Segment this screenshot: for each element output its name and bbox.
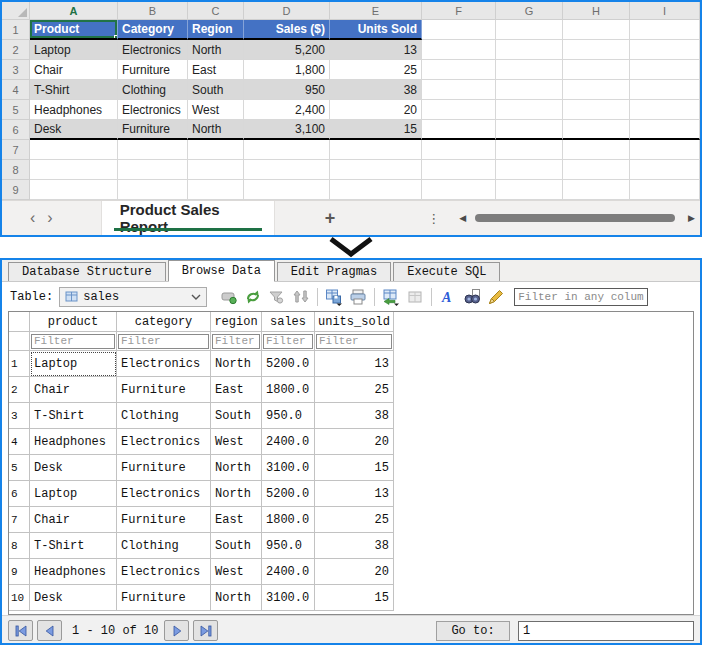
column-header-region[interactable]: region — [211, 312, 262, 332]
cell-empty[interactable] — [563, 80, 630, 100]
cell[interactable]: Furniture — [117, 377, 211, 403]
cell[interactable]: South — [211, 533, 262, 559]
cell-empty[interactable] — [188, 180, 244, 200]
cell[interactable]: 3100.0 — [262, 455, 315, 481]
cell-empty[interactable] — [422, 120, 496, 140]
cell[interactable]: Headphones — [30, 100, 118, 120]
row-number[interactable]: 5 — [2, 100, 30, 120]
cell[interactable]: Furniture — [117, 455, 211, 481]
sheet-tab-product-sales-report[interactable]: Product Sales Report — [101, 201, 275, 236]
row-number[interactable]: 5 — [9, 455, 30, 481]
cell-empty[interactable] — [422, 20, 496, 40]
cell[interactable]: 38 — [315, 533, 394, 559]
cell[interactable]: Chair — [30, 507, 117, 533]
row-number[interactable]: 1 — [2, 20, 30, 40]
add-sheet-button[interactable]: + — [325, 208, 336, 229]
column-header-E[interactable]: E — [330, 2, 422, 20]
cell[interactable]: Laptop — [30, 40, 118, 60]
filter-sales-input[interactable] — [263, 334, 313, 349]
horizontal-scrollbar[interactable]: ◀ ▶ — [454, 213, 700, 223]
cell[interactable]: Electronics — [118, 40, 188, 60]
row-number[interactable]: 8 — [9, 533, 30, 559]
sheet-nav-next-icon[interactable]: › — [41, 210, 58, 226]
cell[interactable]: Electronics — [117, 351, 211, 377]
column-header-B[interactable]: B — [118, 2, 188, 20]
filter-units-sold-input[interactable] — [316, 334, 392, 349]
cell-empty[interactable] — [330, 140, 422, 160]
cell[interactable]: 15 — [315, 585, 394, 611]
refresh-icon[interactable] — [244, 288, 262, 306]
column-header-F[interactable]: F — [422, 2, 496, 20]
cell-empty[interactable] — [496, 80, 563, 100]
cell-empty[interactable] — [118, 160, 188, 180]
cell-empty[interactable] — [118, 140, 188, 160]
cell[interactable]: North — [188, 40, 244, 60]
cell[interactable]: 38 — [330, 80, 422, 100]
cell-empty[interactable] — [422, 40, 496, 60]
scroll-left-icon[interactable]: ◀ — [454, 213, 471, 223]
filter-region-input[interactable] — [212, 334, 260, 349]
save-results-icon[interactable] — [325, 288, 343, 306]
cell[interactable]: South — [211, 403, 262, 429]
cell[interactable]: Clothing — [117, 403, 211, 429]
row-number[interactable]: 4 — [9, 429, 30, 455]
cell[interactable]: North — [211, 351, 262, 377]
cell-empty[interactable] — [496, 40, 563, 60]
row-number[interactable]: 9 — [2, 180, 30, 200]
new-record-icon[interactable] — [220, 288, 238, 306]
column-header-product[interactable]: product — [30, 312, 117, 332]
cell[interactable]: West — [188, 100, 244, 120]
goto-button[interactable]: Go to: — [436, 621, 510, 641]
cell[interactable]: 2400.0 — [262, 429, 315, 455]
cell-empty[interactable] — [422, 180, 496, 200]
prev-page-button[interactable] — [37, 620, 62, 641]
cell[interactable]: 20 — [315, 429, 394, 455]
cell-empty[interactable] — [496, 60, 563, 80]
cell-empty[interactable] — [563, 120, 630, 140]
cell-empty[interactable] — [630, 60, 700, 80]
cell[interactable]: 15 — [315, 455, 394, 481]
cell[interactable]: Desk — [30, 455, 117, 481]
cell[interactable]: Desk — [30, 585, 117, 611]
column-header-G[interactable]: G — [496, 2, 563, 20]
cell-C1[interactable]: Region — [188, 20, 244, 40]
cell[interactable]: 950.0 — [262, 533, 315, 559]
cell-empty[interactable] — [496, 140, 563, 160]
scrollbar-thumb[interactable] — [475, 214, 675, 222]
cell-empty[interactable] — [563, 140, 630, 160]
cell-empty[interactable] — [563, 180, 630, 200]
column-header-H[interactable]: H — [563, 2, 630, 20]
cell[interactable]: 2,400 — [244, 100, 330, 120]
cell-empty[interactable] — [244, 140, 330, 160]
cell[interactable]: Furniture — [117, 585, 211, 611]
column-header-I[interactable]: I — [630, 2, 700, 20]
cell[interactable]: Chair — [30, 60, 118, 80]
column-header-D[interactable]: D — [244, 2, 330, 20]
export-table-icon[interactable] — [382, 288, 400, 306]
first-page-button[interactable] — [8, 620, 33, 641]
column-header-category[interactable]: category — [117, 312, 211, 332]
cell-E1[interactable]: Units Sold — [330, 20, 422, 40]
cell[interactable]: Furniture — [117, 507, 211, 533]
cell[interactable]: 1800.0 — [262, 507, 315, 533]
cell-empty[interactable] — [496, 100, 563, 120]
cell-empty[interactable] — [630, 80, 700, 100]
cell[interactable]: North — [188, 120, 244, 140]
cell[interactable]: 13 — [330, 40, 422, 60]
cell[interactable]: 3,100 — [244, 120, 330, 140]
filter-any-column-input[interactable] — [514, 288, 648, 306]
cell-empty[interactable] — [496, 20, 563, 40]
row-number[interactable]: 7 — [2, 140, 30, 160]
cell-empty[interactable] — [30, 180, 118, 200]
cell-empty[interactable] — [422, 100, 496, 120]
cell[interactable]: East — [211, 507, 262, 533]
cell[interactable]: 5200.0 — [262, 481, 315, 507]
cell[interactable]: Electronics — [117, 429, 211, 455]
cell-empty[interactable] — [30, 160, 118, 180]
tab-database-structure[interactable]: Database Structure — [8, 262, 166, 281]
cell[interactable]: 5,200 — [244, 40, 330, 60]
tab-edit-pragmas[interactable]: Edit Pragmas — [277, 262, 391, 281]
cell-empty[interactable] — [118, 180, 188, 200]
cell[interactable]: 15 — [330, 120, 422, 140]
cell-empty[interactable] — [244, 180, 330, 200]
